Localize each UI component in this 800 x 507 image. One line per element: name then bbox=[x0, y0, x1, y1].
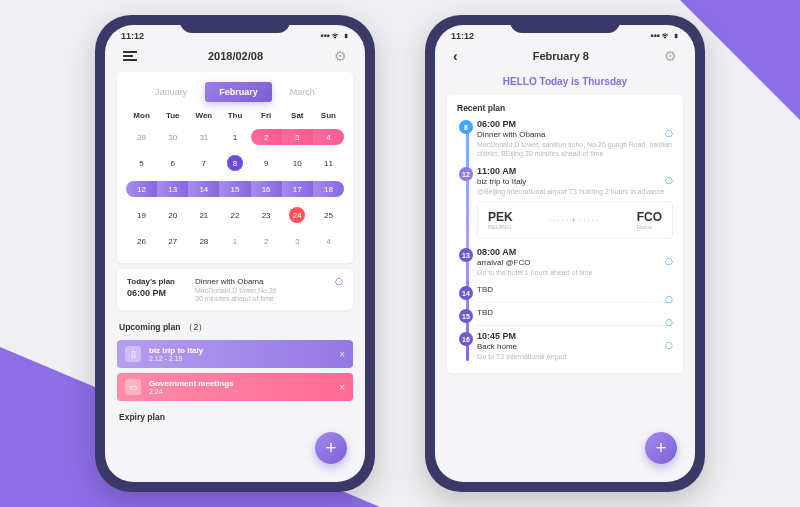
upcoming-header: Upcoming plan（2） bbox=[117, 316, 353, 340]
page-title: February 8 bbox=[533, 50, 589, 62]
status-icons: ••• ᯤ ▮ bbox=[651, 31, 679, 41]
status-icons: ••• ᯤ ▮ bbox=[321, 31, 349, 41]
calendar-day[interactable]: 24 bbox=[283, 203, 312, 227]
expiry-header: Expiry plan bbox=[117, 406, 353, 428]
pin-icon[interactable]: ⎔ bbox=[665, 318, 673, 328]
briefcase-icon: ▯ bbox=[125, 346, 141, 362]
calendar-day[interactable]: 31 bbox=[189, 125, 218, 149]
calendar-day[interactable]: 3 bbox=[283, 125, 312, 149]
recent-plan-header: Recent plan bbox=[457, 103, 673, 119]
pin-icon[interactable]: ⎔ bbox=[665, 176, 673, 186]
timeline-item[interactable]: 15TBD⎔ bbox=[477, 308, 673, 317]
calendar-day[interactable]: 14 bbox=[189, 177, 218, 201]
calendar-day[interactable]: 10 bbox=[283, 151, 312, 175]
calendar-day[interactable]: 19 bbox=[127, 203, 156, 227]
phone-left: 11:12 ••• ᯤ ▮ 2018/02/08 ⚙ January Febru… bbox=[95, 15, 375, 492]
close-icon[interactable]: × bbox=[339, 382, 345, 393]
calendar-day[interactable]: 4 bbox=[314, 229, 343, 253]
calendar-day[interactable]: 15 bbox=[220, 177, 249, 201]
day-label: Wen bbox=[189, 108, 218, 123]
timeline-day-badge: 15 bbox=[459, 309, 473, 323]
hello-banner: HELLO Today is Thursday bbox=[435, 76, 695, 87]
month-tabs: January February March bbox=[127, 82, 343, 102]
timeline-item[interactable]: 1308:00 AMarraival @FCOGo to the hotel 1… bbox=[477, 247, 673, 277]
timeline-item[interactable]: 14TBD⎔ bbox=[477, 285, 673, 294]
calendar-day[interactable]: 9 bbox=[252, 151, 281, 175]
today-plan-time: 06:00 PM bbox=[127, 288, 187, 298]
calendar-day[interactable]: 29 bbox=[127, 125, 156, 149]
pin-icon[interactable]: ⎔ bbox=[665, 295, 673, 305]
notch bbox=[180, 15, 290, 33]
today-plan-title: Dinner with Obama bbox=[195, 277, 327, 286]
day-label: Sat bbox=[283, 108, 312, 123]
notch bbox=[510, 15, 620, 33]
status-time: 11:12 bbox=[121, 31, 144, 41]
month-tab-feb[interactable]: February bbox=[205, 82, 272, 102]
timeline-day-badge: 16 bbox=[459, 332, 473, 346]
calendar-day[interactable]: 5 bbox=[127, 151, 156, 175]
calendar-day[interactable]: 30 bbox=[158, 125, 187, 149]
today-plan-sub2: 30 minutes ahead of time bbox=[195, 295, 327, 302]
calendar-day[interactable]: 8 bbox=[220, 151, 249, 175]
pin-icon[interactable]: ⎔ bbox=[665, 129, 673, 139]
status-time: 11:12 bbox=[451, 31, 474, 41]
calendar-day[interactable]: 23 bbox=[252, 203, 281, 227]
timeline-item[interactable]: 1610:45 PMBack homeGo to T3 Internationa… bbox=[477, 331, 673, 361]
calendar-day[interactable]: 2 bbox=[252, 229, 281, 253]
calendar-day[interactable]: 25 bbox=[314, 203, 343, 227]
pin-icon[interactable]: ⎔ bbox=[665, 341, 673, 351]
timeline-day-badge: 14 bbox=[459, 286, 473, 300]
calendar-day[interactable]: 1 bbox=[220, 229, 249, 253]
today-plan-label: Today's plan bbox=[127, 277, 187, 286]
calendar-icon: ▭ bbox=[125, 379, 141, 395]
gear-icon[interactable]: ⚙ bbox=[664, 48, 677, 64]
close-icon[interactable]: × bbox=[339, 349, 345, 360]
calendar-day[interactable]: 1 bbox=[220, 125, 249, 149]
calendar-day[interactable]: 17 bbox=[283, 177, 312, 201]
page-title: 2018/02/08 bbox=[208, 50, 263, 62]
calendar-day[interactable]: 6 bbox=[158, 151, 187, 175]
timeline-item[interactable]: 1211:00 AMbiz trip to Italy@Beijing inte… bbox=[477, 166, 673, 239]
calendar-day[interactable]: 3 bbox=[283, 229, 312, 253]
day-label: Sun bbox=[314, 108, 343, 123]
calendar-card: January February March MonTueWenThuFriSa… bbox=[117, 72, 353, 263]
calendar-day[interactable]: 27 bbox=[158, 229, 187, 253]
add-button[interactable]: + bbox=[315, 432, 347, 464]
calendar-day[interactable]: 16 bbox=[252, 177, 281, 201]
month-tab-jan[interactable]: January bbox=[141, 82, 201, 102]
month-tab-mar[interactable]: March bbox=[276, 82, 329, 102]
calendar-day[interactable]: 26 bbox=[127, 229, 156, 253]
gear-icon[interactable]: ⚙ bbox=[334, 48, 347, 64]
calendar-day[interactable]: 22 bbox=[220, 203, 249, 227]
day-label: Mon bbox=[127, 108, 156, 123]
plan-tile-gov-meeting[interactable]: ▭ Government meetings2.24 × bbox=[117, 373, 353, 401]
timeline-day-badge: 13 bbox=[459, 248, 473, 262]
back-icon[interactable]: ‹ bbox=[453, 48, 458, 64]
day-label: Tue bbox=[158, 108, 187, 123]
today-plan-card[interactable]: Today's plan 06:00 PM Dinner with Obama … bbox=[117, 269, 353, 310]
timeline-day-badge: 8 bbox=[459, 120, 473, 134]
today-plan-sub1: MacDonald,D tower,No.26 bbox=[195, 287, 327, 294]
timeline-line bbox=[466, 123, 469, 361]
calendar-day[interactable]: 13 bbox=[158, 177, 187, 201]
phone-right: 11:12 ••• ᯤ ▮ ‹ February 8 ⚙ HELLO Today… bbox=[425, 15, 705, 492]
timeline: 806:00 PMDinner with ObamaMacDonald,D to… bbox=[457, 119, 673, 361]
calendar-day[interactable]: 11 bbox=[314, 151, 343, 175]
timeline-day-badge: 12 bbox=[459, 167, 473, 181]
calendar-day[interactable]: 2 bbox=[252, 125, 281, 149]
pin-icon[interactable]: ⎔ bbox=[335, 277, 343, 302]
menu-icon[interactable] bbox=[123, 51, 137, 61]
calendar-day[interactable]: 28 bbox=[189, 229, 218, 253]
plan-tile-biz-trip[interactable]: ▯ biz trip to Italy2.12 - 2.19 × bbox=[117, 340, 353, 368]
calendar-day[interactable]: 21 bbox=[189, 203, 218, 227]
calendar-day[interactable]: 7 bbox=[189, 151, 218, 175]
flight-ticket[interactable]: PEKBEIJING·····✈·····FCORome bbox=[477, 201, 673, 239]
calendar-grid: MonTueWenThuFriSatSun2930311234567891011… bbox=[127, 108, 343, 253]
calendar-day[interactable]: 12 bbox=[127, 177, 156, 201]
add-button[interactable]: + bbox=[645, 432, 677, 464]
calendar-day[interactable]: 18 bbox=[314, 177, 343, 201]
timeline-item[interactable]: 806:00 PMDinner with ObamaMacDonald,D to… bbox=[477, 119, 673, 158]
calendar-day[interactable]: 4 bbox=[314, 125, 343, 149]
pin-icon[interactable]: ⎔ bbox=[665, 257, 673, 267]
calendar-day[interactable]: 20 bbox=[158, 203, 187, 227]
